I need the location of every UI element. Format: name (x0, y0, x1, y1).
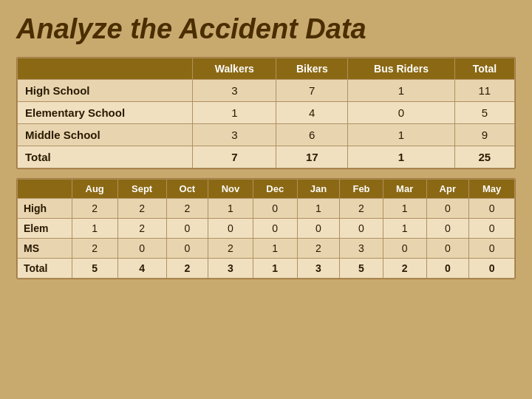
month-col-header-3: Oct (166, 180, 208, 199)
main-table-cell: 1 (193, 102, 276, 124)
main-table-cell: 0 (348, 102, 454, 124)
month-table-cell: High (18, 199, 72, 219)
main-table-cell: 17 (276, 146, 348, 168)
month-table-cell: 1 (253, 239, 297, 259)
month-table-cell: 0 (426, 199, 469, 219)
month-col-header-4: Nov (208, 180, 253, 199)
main-table-wrapper: Walkers Bikers Bus Riders Total High Sch… (16, 57, 516, 169)
main-table-cell: 1 (348, 146, 454, 168)
main-table-cell: 5 (454, 102, 514, 124)
month-table-cell: 1 (297, 199, 340, 219)
month-table-cell: 0 (117, 239, 166, 259)
month-col-header-0 (18, 180, 72, 199)
month-table-cell: 0 (297, 219, 340, 239)
main-table-row: High School37111 (18, 80, 515, 102)
month-table-wrapper: AugSeptOctNovDecJanFebMarAprMay High2221… (16, 178, 516, 279)
month-table-cell: 1 (208, 199, 253, 219)
main-col-header-4: Total (454, 58, 514, 80)
main-table-cell: 25 (454, 146, 514, 168)
month-table-row: Elem1200000100 (18, 219, 515, 239)
month-col-header-2: Sept (117, 180, 166, 199)
main-table-row: Middle School3619 (18, 124, 515, 146)
month-table-cell: 0 (469, 219, 515, 239)
month-table-cell: Elem (18, 219, 72, 239)
month-table-cell: 0 (469, 199, 515, 219)
month-table-cell: 0 (426, 259, 469, 279)
main-col-header-0 (18, 58, 193, 80)
main-table-cell: High School (18, 80, 193, 102)
main-table-row: Total717125 (18, 146, 515, 168)
main-table-cell: 6 (276, 124, 348, 146)
month-table-cell: 2 (383, 259, 426, 279)
main-table-cell: Total (18, 146, 193, 168)
main-col-header-1: Walkers (193, 58, 276, 80)
month-col-header-10: May (469, 180, 515, 199)
month-table-cell: 2 (72, 199, 117, 219)
main-table-cell: 4 (276, 102, 348, 124)
month-table-cell: MS (18, 239, 72, 259)
month-table-cell: 0 (208, 219, 253, 239)
month-table-cell: 1 (383, 199, 426, 219)
main-col-header-2: Bikers (276, 58, 348, 80)
month-table-cell: 0 (340, 219, 383, 239)
month-table-row: High2221012100 (18, 199, 515, 219)
main-col-header-3: Bus Riders (348, 58, 454, 80)
month-table-cell: 2 (208, 239, 253, 259)
month-table-cell: 3 (297, 259, 340, 279)
month-table-cell: 1 (253, 259, 297, 279)
main-table-cell: Elementary School (18, 102, 193, 124)
main-table-row: Elementary School1405 (18, 102, 515, 124)
month-table-cell: 0 (166, 219, 208, 239)
month-table-cell: 2 (297, 239, 340, 259)
month-table-row: Total5423135200 (18, 259, 515, 279)
month-table-cell: 4 (117, 259, 166, 279)
month-table: AugSeptOctNovDecJanFebMarAprMay High2221… (17, 179, 515, 279)
month-table-cell: Total (18, 259, 72, 279)
month-col-header-1: Aug (72, 180, 117, 199)
main-table-cell: 7 (276, 80, 348, 102)
month-col-header-5: Dec (253, 180, 297, 199)
month-table-cell: 5 (340, 259, 383, 279)
month-table-cell: 0 (253, 219, 297, 239)
month-table-row: MS2002123000 (18, 239, 515, 259)
month-table-cell: 2 (117, 219, 166, 239)
month-table-cell: 5 (72, 259, 117, 279)
main-table-cell: 1 (348, 80, 454, 102)
main-table-cell: 3 (193, 80, 276, 102)
month-col-header-7: Feb (340, 180, 383, 199)
month-table-cell: 2 (166, 259, 208, 279)
month-table-cell: 2 (117, 199, 166, 219)
main-table-cell: 7 (193, 146, 276, 168)
main-table-cell: 11 (454, 80, 514, 102)
month-table-cell: 1 (72, 219, 117, 239)
month-table-cell: 0 (426, 219, 469, 239)
main-table-cell: 9 (454, 124, 514, 146)
main-table-cell: 1 (348, 124, 454, 146)
page-title: Analyze the Accident Data (16, 13, 516, 45)
main-table-header-row: Walkers Bikers Bus Riders Total (18, 58, 515, 80)
month-table-cell: 0 (383, 239, 426, 259)
main-table: Walkers Bikers Bus Riders Total High Sch… (17, 58, 515, 168)
month-table-cell: 0 (469, 259, 515, 279)
month-table-cell: 3 (208, 259, 253, 279)
month-col-header-8: Mar (383, 180, 426, 199)
month-table-cell: 0 (426, 239, 469, 259)
month-table-cell: 0 (253, 199, 297, 219)
month-table-cell: 2 (72, 239, 117, 259)
month-table-cell: 2 (166, 199, 208, 219)
main-table-cell: Middle School (18, 124, 193, 146)
month-table-cell: 1 (383, 219, 426, 239)
month-table-cell: 2 (340, 199, 383, 219)
month-table-cell: 3 (340, 239, 383, 259)
month-col-header-9: Apr (426, 180, 469, 199)
month-col-header-6: Jan (297, 180, 340, 199)
main-table-cell: 3 (193, 124, 276, 146)
month-table-cell: 0 (469, 239, 515, 259)
month-table-cell: 0 (166, 239, 208, 259)
month-table-header-row: AugSeptOctNovDecJanFebMarAprMay (18, 180, 515, 199)
page-container: Analyze the Accident Data Walkers Bikers… (0, 0, 532, 399)
